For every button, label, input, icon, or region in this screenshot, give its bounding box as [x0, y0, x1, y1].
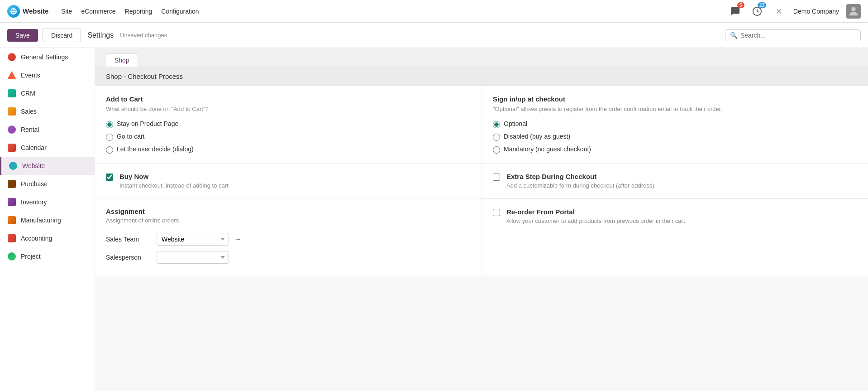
reorder-checkbox[interactable]	[493, 209, 500, 216]
sidebar-item-website[interactable]: Website	[0, 157, 95, 175]
sidebar-item-general-settings[interactable]: General Settings	[0, 48, 95, 66]
sidebar-item-project[interactable]: Project	[0, 247, 95, 265]
app-logo: Website	[7, 5, 48, 18]
reorder-desc: Allow your customer to add products from…	[506, 217, 857, 224]
app-name: Website	[23, 7, 48, 15]
purchase-icon	[7, 179, 16, 188]
active-tab[interactable]: Shop	[106, 53, 138, 67]
accounting-icon	[7, 234, 16, 243]
radio-mandatory-label: Mandatory (no guest checkout)	[504, 145, 591, 153]
reorder-title: Re-order From Portal	[506, 208, 857, 216]
svg-point-2	[851, 7, 855, 11]
assignment-title: Assignment	[106, 208, 471, 215]
messages-badge: 5	[737, 2, 744, 8]
sidebar-label-website: Website	[22, 162, 45, 169]
sales-icon	[7, 107, 16, 116]
radio-stay-input[interactable]	[106, 121, 113, 128]
sidebar-item-accounting[interactable]: Accounting	[0, 229, 95, 247]
activities-button[interactable]: 23	[750, 4, 764, 19]
radio-optional-input[interactable]	[493, 121, 500, 128]
events-icon	[7, 71, 16, 80]
nav-right: 5 23 Demo Company	[728, 4, 861, 19]
project-icon	[7, 252, 16, 261]
radio-go-label: Go to cart	[117, 133, 144, 140]
search-bar: 🔍	[725, 29, 861, 41]
radio-stay-on-page[interactable]: Stay on Product Page	[106, 120, 471, 128]
main-content: Shop Shop - Checkout Process Add to Cart…	[95, 48, 868, 391]
sidebar-item-manufacturing[interactable]: Manufacturing	[0, 211, 95, 229]
nav-configuration[interactable]: Configuration	[161, 8, 199, 15]
buy-now-title: Buy Now	[119, 173, 471, 180]
sidebar-label-calendar: Calendar	[21, 144, 47, 151]
section-title: Shop - Checkout Process	[106, 72, 183, 80]
sidebar-label-crm: CRM	[21, 90, 35, 97]
search-icon: 🔍	[730, 32, 738, 39]
sidebar-item-crm[interactable]: CRM	[0, 84, 95, 102]
extra-step-checkbox[interactable]	[493, 174, 500, 181]
radio-decide-input[interactable]	[106, 146, 113, 154]
sales-team-label: Sales Team	[106, 236, 151, 243]
logo-icon	[7, 5, 20, 18]
buy-now-desc: Instant checkout, instead of adding to c…	[119, 182, 471, 189]
sidebar-item-sales[interactable]: Sales	[0, 102, 95, 121]
activities-badge: 23	[758, 2, 766, 8]
sign-in-section: Sign in/up at checkout "Optional" allows…	[482, 86, 868, 163]
sidebar-label-project: Project	[21, 253, 41, 260]
sidebar-item-inventory[interactable]: Inventory	[0, 193, 95, 211]
radio-mandatory[interactable]: Mandatory (no guest checkout)	[493, 145, 857, 154]
website-icon	[9, 161, 18, 170]
assignment-desc: Assignment of online orders	[106, 217, 471, 224]
radio-mandatory-input[interactable]	[493, 146, 500, 154]
top-nav: Website Site eCommerce Reporting Configu…	[0, 0, 868, 23]
sidebar-label-rental: Rental	[21, 126, 39, 133]
radio-optional-label: Optional	[504, 120, 527, 127]
save-button[interactable]: Save	[7, 29, 38, 42]
user-avatar[interactable]	[846, 4, 861, 19]
add-to-cart-section: Add to Cart What should be done on "Add …	[95, 86, 482, 163]
sales-team-select[interactable]: Website	[157, 233, 229, 246]
general-settings-icon	[7, 53, 16, 62]
reorder-content: Re-order From Portal Allow your customer…	[506, 208, 857, 224]
rental-icon	[7, 125, 16, 134]
buy-now-checkbox[interactable]	[106, 174, 113, 181]
radio-user-decide[interactable]: Let the user decide (dialog)	[106, 145, 471, 154]
sidebar-label-sales: Sales	[21, 108, 37, 115]
close-button[interactable]	[772, 4, 786, 19]
nav-reporting[interactable]: Reporting	[125, 8, 153, 15]
messages-button[interactable]: 5	[728, 4, 743, 19]
radio-disabled-guest[interactable]: Disabled (buy as guest)	[493, 133, 857, 141]
salesperson-row: Salesperson	[106, 248, 471, 266]
calendar-icon	[7, 143, 16, 152]
sidebar-item-purchase[interactable]: Purchase	[0, 175, 95, 193]
buy-now-content: Buy Now Instant checkout, instead of add…	[119, 173, 471, 189]
company-name: Demo Company	[793, 8, 839, 15]
settings-grid: Add to Cart What should be done on "Add …	[95, 86, 868, 163]
salesperson-select[interactable]	[157, 251, 229, 264]
salesperson-label: Salesperson	[106, 254, 151, 261]
page-title: Settings	[87, 31, 114, 39]
sidebar-item-calendar[interactable]: Calendar	[0, 139, 95, 157]
nav-ecommerce[interactable]: eCommerce	[81, 8, 115, 15]
crm-icon	[7, 89, 16, 98]
radio-go-input[interactable]	[106, 134, 113, 141]
radio-optional[interactable]: Optional	[493, 120, 857, 128]
sidebar-label-purchase: Purchase	[21, 180, 48, 188]
sidebar: General Settings Events CRM Sales Rental…	[0, 48, 95, 391]
add-to-cart-title: Add to Cart	[106, 95, 471, 103]
radio-decide-label: Let the user decide (dialog)	[117, 145, 194, 153]
extra-step-section: Extra Step During Checkout Add a customi…	[482, 163, 868, 198]
search-input[interactable]	[740, 32, 856, 39]
inventory-icon	[7, 198, 16, 207]
sidebar-item-events[interactable]: Events	[0, 66, 95, 84]
sidebar-item-rental[interactable]: Rental	[0, 121, 95, 139]
sales-team-link-icon[interactable]: →	[234, 235, 242, 243]
assignment-section: Assignment Assignment of online orders S…	[95, 198, 482, 275]
radio-disabled-input[interactable]	[493, 134, 500, 141]
discard-button[interactable]: Discard	[43, 29, 81, 42]
radio-disabled-label: Disabled (buy as guest)	[504, 133, 570, 140]
nav-site[interactable]: Site	[61, 8, 72, 15]
extra-step-content: Extra Step During Checkout Add a customi…	[506, 173, 857, 189]
radio-go-to-cart[interactable]: Go to cart	[106, 133, 471, 141]
buy-now-section: Buy Now Instant checkout, instead of add…	[95, 163, 482, 198]
sidebar-label-manufacturing: Manufacturing	[21, 217, 61, 224]
